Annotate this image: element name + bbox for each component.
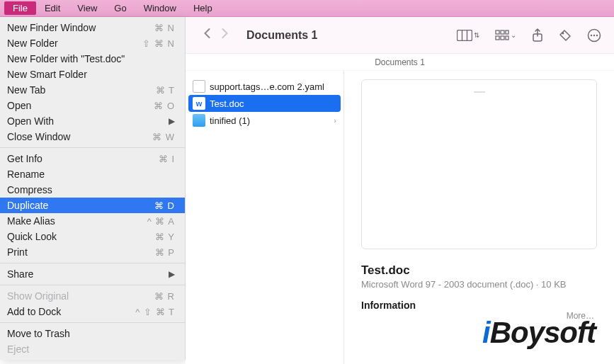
group-button[interactable]: ⌄ [495, 30, 516, 41]
view-columns-button[interactable]: ⇅ [457, 30, 479, 41]
menu-window[interactable]: Window [135, 1, 185, 15]
menu-separator [0, 322, 185, 323]
share-icon [532, 28, 543, 42]
folder-icon [193, 114, 205, 127]
file-list-column: support.tags…e.com 2.yaml w Test.doc tin… [186, 71, 344, 364]
menu-share[interactable]: Share▶ [0, 266, 185, 282]
menu-move-to-trash[interactable]: Move to Trash [0, 326, 185, 341]
chevron-right-icon: ▶ [169, 269, 175, 279]
preview-meta: Microsoft Word 97 - 2003 document (.doc)… [361, 279, 597, 290]
svg-point-14 [596, 34, 598, 35]
menu-open[interactable]: Open⌘ O [0, 98, 185, 113]
svg-rect-6 [496, 36, 499, 40]
menu-print[interactable]: Print⌘ P [0, 244, 185, 260]
menu-new-folder-with[interactable]: New Folder with "Test.doc" [0, 51, 185, 67]
menu-separator [0, 147, 185, 148]
chevron-right-icon: ▶ [169, 116, 175, 126]
columns-icon [457, 30, 472, 41]
menu-rename[interactable]: Rename [0, 166, 185, 182]
svg-rect-0 [457, 30, 472, 40]
tags-button[interactable] [559, 29, 572, 42]
chevron-right-icon: › [334, 116, 336, 125]
preview-more-link[interactable]: More… [361, 311, 597, 321]
svg-point-13 [593, 34, 595, 35]
svg-rect-5 [506, 30, 508, 34]
menu-edit[interactable]: Edit [36, 1, 69, 15]
menu-duplicate[interactable]: Duplicate⌘ D [0, 198, 185, 213]
path-segment[interactable]: Documents 1 [375, 57, 425, 67]
window-title: Documents 1 [246, 29, 317, 42]
menu-close-window[interactable]: Close Window⌘ W [0, 129, 185, 144]
toolbar: Documents 1 ⇅ ⌄ [186, 17, 614, 54]
menu-new-finder-window[interactable]: New Finder Window⌘ N [0, 20, 185, 35]
menu-compress[interactable]: Compress [0, 182, 185, 198]
menu-eject: Eject [0, 341, 185, 357]
updown-icon: ⇅ [474, 31, 479, 39]
menu-new-tab[interactable]: New Tab⌘ T [0, 82, 185, 98]
menu-get-info[interactable]: Get Info⌘ I [0, 151, 185, 166]
menu-separator [0, 285, 185, 285]
preview-column: Test.doc Microsoft Word 97 - 2003 docume… [344, 71, 614, 364]
menubar: File Edit View Go Window Help [0, 0, 614, 17]
share-button[interactable] [532, 28, 543, 42]
menu-show-original: Show Original⌘ R [0, 288, 185, 304]
svg-rect-8 [506, 36, 508, 40]
file-row[interactable]: support.tags…e.com 2.yaml [186, 78, 343, 95]
content-area: support.tags…e.com 2.yaml w Test.doc tin… [186, 71, 614, 364]
svg-point-10 [562, 32, 564, 34]
forward-button[interactable] [216, 27, 234, 43]
back-button[interactable] [198, 27, 216, 43]
menu-separator [0, 263, 185, 263]
file-name: support.tags…e.com 2.yaml [210, 81, 324, 92]
preview-thumbnail[interactable] [361, 79, 597, 249]
menu-new-smart-folder[interactable]: New Smart Folder [0, 67, 185, 82]
chevron-down-icon: ⌄ [511, 31, 516, 39]
menu-file[interactable]: File [4, 1, 36, 15]
menu-help[interactable]: Help [185, 1, 221, 15]
file-yaml-icon [193, 80, 205, 93]
file-row[interactable]: w Test.doc [188, 95, 341, 112]
menu-view[interactable]: View [69, 1, 106, 15]
preview-filename: Test.doc [361, 263, 597, 278]
svg-point-12 [591, 34, 592, 35]
menu-make-alias[interactable]: Make Alias^ ⌘ A [0, 213, 185, 229]
ellipsis-circle-icon [587, 28, 601, 42]
more-button[interactable] [587, 28, 601, 42]
file-name: tinified (1) [210, 115, 250, 126]
menu-new-folder[interactable]: New Folder⇧ ⌘ N [0, 35, 185, 51]
preview-information-heading: Information [361, 300, 597, 311]
path-bar[interactable]: Documents 1 [186, 54, 614, 71]
grid-icon [495, 30, 509, 41]
file-doc-icon: w [193, 97, 205, 110]
menu-add-to-dock[interactable]: Add to Dock^ ⇧ ⌘ T [0, 304, 185, 319]
chevron-left-icon [203, 27, 212, 40]
file-name: Test.doc [210, 98, 244, 109]
menu-open-with[interactable]: Open With▶ [0, 113, 185, 129]
file-row[interactable]: tinified (1) › [186, 112, 343, 129]
tag-icon [559, 29, 572, 42]
menu-go[interactable]: Go [106, 1, 135, 15]
menu-quick-look[interactable]: Quick Look⌘ Y [0, 229, 185, 244]
svg-rect-3 [496, 30, 499, 34]
svg-rect-4 [501, 30, 504, 34]
chevron-right-icon [220, 27, 229, 40]
svg-rect-7 [501, 36, 504, 40]
file-menu-dropdown: New Finder Window⌘ N New Folder⇧ ⌘ N New… [0, 17, 186, 360]
